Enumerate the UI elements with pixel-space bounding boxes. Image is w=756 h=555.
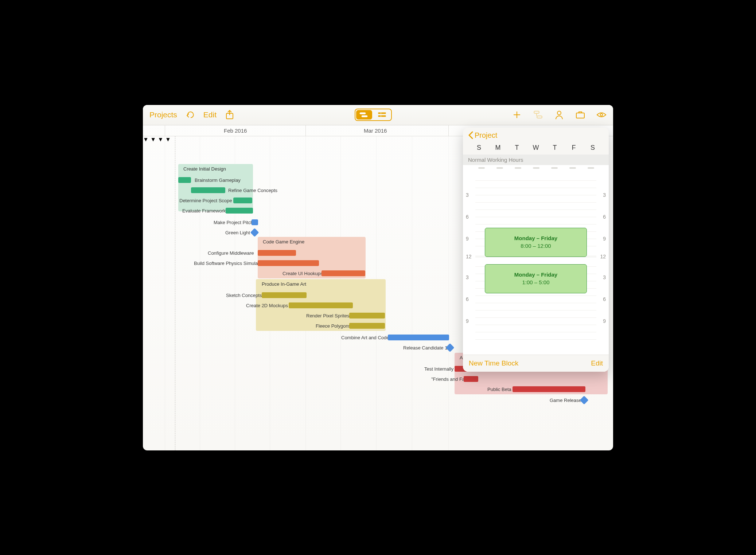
- hour-label: 6: [603, 296, 606, 302]
- task-label[interactable]: Game Release: [550, 397, 581, 403]
- edit-button[interactable]: Edit: [203, 110, 217, 119]
- task-bar[interactable]: [349, 313, 385, 318]
- task-bar[interactable]: [258, 260, 319, 266]
- eye-icon[interactable]: [596, 110, 607, 120]
- task-bar[interactable]: [258, 250, 296, 256]
- disclosure-icon[interactable]: ▼: [158, 136, 164, 142]
- task-bar[interactable]: [252, 219, 258, 225]
- task-label[interactable]: Public Beta: [487, 386, 511, 392]
- hour-label: 12: [466, 254, 472, 259]
- svg-rect-3: [378, 113, 381, 114]
- svg-rect-5: [378, 116, 381, 117]
- popover-title[interactable]: Project: [475, 131, 497, 140]
- hour-label: 3: [466, 192, 469, 198]
- disclosure-icon[interactable]: ▼: [150, 136, 156, 142]
- back-button[interactable]: [468, 131, 473, 139]
- task-bar[interactable]: [191, 187, 225, 193]
- task-label[interactable]: "Friends and Fa: [431, 376, 465, 382]
- app-window: Projects Edit: [143, 105, 613, 450]
- weekday-label: T: [507, 144, 526, 152]
- undo-icon[interactable]: [185, 110, 195, 120]
- task-label[interactable]: Sketch Concepts: [226, 292, 262, 298]
- task-bar[interactable]: [388, 335, 449, 340]
- projects-button[interactable]: Projects: [149, 110, 177, 119]
- weekday-label: S: [583, 144, 602, 152]
- task-label[interactable]: Release Candidate 1: [403, 345, 447, 350]
- task-bar[interactable]: [233, 198, 252, 203]
- task-label[interactable]: Fleece Polygons: [316, 323, 351, 328]
- task-label[interactable]: Refine Game Concepts: [228, 187, 277, 193]
- svg-point-9: [557, 111, 561, 115]
- task-bar[interactable]: [322, 270, 365, 276]
- hour-label: 6: [466, 296, 469, 302]
- task-label[interactable]: Determine Project Scope: [179, 198, 232, 203]
- hour-label: 6: [603, 214, 606, 220]
- hour-label: 3: [603, 274, 606, 280]
- hour-label: 6: [466, 214, 469, 220]
- working-hours-calendar[interactable]: 3 3 6 6 9 9 12 12 3 3 6 6 9 9 Monday – F…: [463, 165, 609, 355]
- svg-rect-4: [381, 113, 386, 114]
- disclosure-icon[interactable]: ▼: [165, 136, 171, 142]
- task-label[interactable]: Render Pixel Sprites: [306, 313, 350, 318]
- task-label[interactable]: Brainstorm Gameplay: [195, 177, 241, 183]
- disclosure-icon[interactable]: ▼: [143, 136, 149, 142]
- time-block[interactable]: Monday – Friday 1:00 – 5:00: [485, 264, 587, 293]
- link-tasks-icon[interactable]: [533, 110, 543, 120]
- new-time-block-button[interactable]: New Time Block: [469, 359, 518, 367]
- working-hours-popover: Project S M T W T F S Normal Working Hou…: [463, 128, 609, 372]
- time-block[interactable]: Monday – Friday 8:00 – 12:00: [485, 228, 587, 257]
- svg-rect-6: [381, 116, 386, 117]
- task-bar[interactable]: [178, 177, 191, 183]
- task-bar[interactable]: [262, 292, 307, 298]
- task-label[interactable]: Build Software Physics Simulator: [194, 260, 264, 266]
- task-label[interactable]: Create 2D Mockups: [246, 302, 288, 308]
- task-label[interactable]: Make Project Pitch: [214, 219, 253, 225]
- share-icon[interactable]: [225, 110, 235, 120]
- svg-rect-10: [576, 113, 584, 118]
- svg-rect-8: [537, 116, 542, 118]
- month-label: Mar 2016: [364, 128, 387, 134]
- svg-rect-2: [362, 116, 367, 117]
- popover-subhead: Normal Working Hours: [463, 155, 609, 165]
- weekday-label: M: [488, 144, 507, 152]
- task-label[interactable]: Configure Middleware: [208, 250, 254, 255]
- time-block-days: Monday – Friday: [514, 235, 557, 242]
- task-label[interactable]: Evaluate Frameworks: [182, 208, 228, 213]
- task-label[interactable]: Combine Art and Code: [341, 335, 389, 340]
- toolbar: Projects Edit: [143, 105, 613, 125]
- group-title[interactable]: Create Initial Design: [180, 164, 230, 174]
- briefcase-icon[interactable]: [575, 110, 585, 120]
- task-label[interactable]: Green Light: [225, 230, 250, 235]
- hour-label: 9: [603, 236, 606, 242]
- weekday-label: T: [545, 144, 564, 152]
- svg-rect-1: [360, 113, 366, 114]
- time-block-range: 1:00 – 5:00: [522, 279, 549, 286]
- task-bar[interactable]: [226, 208, 253, 214]
- milestone-diamond[interactable]: [250, 228, 259, 237]
- add-icon[interactable]: [512, 110, 522, 120]
- month-label: Feb 2016: [224, 128, 247, 134]
- hour-label: 9: [466, 318, 469, 324]
- hour-label: 3: [466, 274, 469, 280]
- task-bar[interactable]: [513, 386, 585, 392]
- weekday-header: S M T W T F S: [463, 142, 609, 155]
- svg-point-11: [600, 114, 603, 116]
- task-label[interactable]: Create UI Hookups: [282, 270, 323, 276]
- hour-label: 3: [603, 192, 606, 198]
- task-bar[interactable]: [349, 323, 385, 329]
- person-icon[interactable]: [554, 110, 564, 120]
- hour-label: 12: [600, 254, 606, 259]
- edit-time-blocks-button[interactable]: Edit: [591, 359, 603, 367]
- group-title[interactable]: Code Game Engine: [259, 237, 308, 247]
- view-toggle[interactable]: [355, 109, 392, 121]
- view-list-segment[interactable]: [374, 110, 390, 120]
- group-title[interactable]: Produce In-Game Art: [258, 279, 310, 289]
- hour-label: 9: [466, 236, 469, 242]
- task-bar[interactable]: [289, 302, 353, 308]
- task-bar[interactable]: [464, 376, 478, 382]
- hour-label: 9: [603, 318, 606, 324]
- view-gantt-segment[interactable]: [356, 110, 372, 120]
- weekday-label: W: [526, 144, 545, 152]
- task-label[interactable]: Test Internally: [424, 366, 453, 371]
- weekday-label: S: [469, 144, 488, 152]
